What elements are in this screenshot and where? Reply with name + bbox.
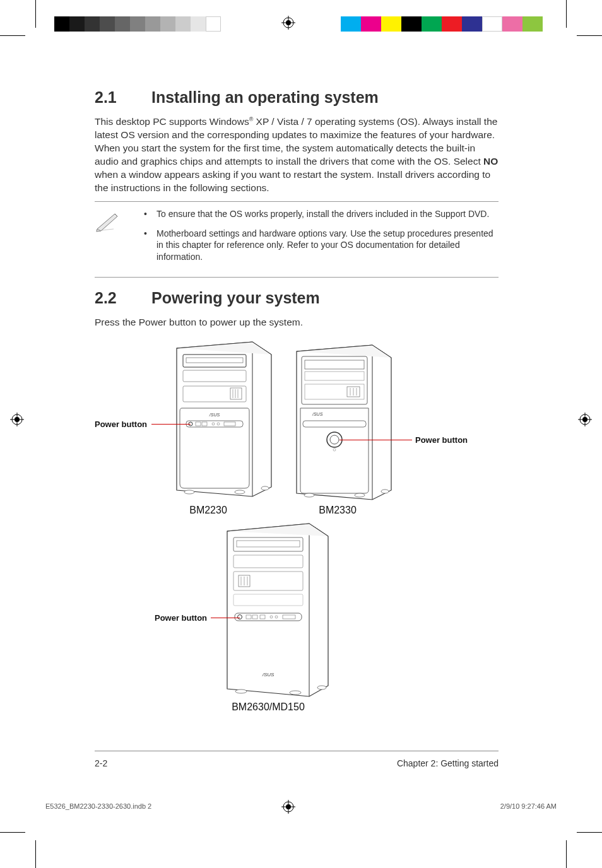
svg-point-47 bbox=[333, 449, 336, 451]
svg-rect-18 bbox=[183, 370, 246, 382]
svg-rect-63 bbox=[252, 615, 257, 619]
divider bbox=[95, 277, 499, 278]
note-item: To ensure that the OS works properly, in… bbox=[139, 208, 499, 220]
slug-filename: E5326_BM2230-2330-2630.indb 2 bbox=[45, 802, 151, 810]
svg-rect-44 bbox=[303, 421, 366, 427]
svg-point-65 bbox=[270, 616, 273, 618]
note-item: Motherboard settings and hardware option… bbox=[139, 228, 499, 264]
page-number: 2-2 bbox=[95, 758, 107, 768]
svg-rect-67 bbox=[283, 615, 295, 619]
svg-rect-37 bbox=[305, 372, 364, 380]
callout-line bbox=[151, 424, 191, 425]
svg-point-34 bbox=[261, 486, 269, 490]
print-slug: E5326_BM2230-2330-2630.indb 2 2/9/10 9:2… bbox=[45, 802, 557, 810]
svg-rect-28 bbox=[202, 422, 207, 426]
note-pen-icon bbox=[95, 208, 121, 271]
svg-point-61 bbox=[238, 615, 242, 619]
crop-mark bbox=[577, 832, 602, 833]
svg-point-70 bbox=[290, 691, 301, 695]
svg-rect-17 bbox=[186, 358, 243, 363]
svg-point-32 bbox=[184, 490, 194, 494]
registration-mark-icon bbox=[10, 413, 24, 426]
svg-rect-52 bbox=[237, 541, 300, 547]
section-heading-2-1: 2.1Installing an operating system bbox=[95, 88, 499, 107]
power-button-label: Power button bbox=[155, 613, 207, 623]
crop-mark bbox=[577, 35, 602, 36]
power-button-label: Power button bbox=[95, 419, 147, 429]
section-heading-2-2: 2.2Powering your system bbox=[95, 289, 499, 307]
svg-point-33 bbox=[235, 490, 245, 494]
registration-mark-icon bbox=[281, 16, 295, 30]
section-body-2-2: Press the Power button to power up the s… bbox=[95, 316, 499, 329]
crop-mark bbox=[566, 0, 567, 28]
svg-point-66 bbox=[275, 616, 278, 618]
section-number: 2.2 bbox=[95, 289, 151, 307]
slug-datetime: 2/9/10 9:27:46 AM bbox=[500, 802, 557, 810]
page-footer: 2-2 Chapter 2: Getting started bbox=[95, 758, 499, 768]
tower-bm2630: /SUS bbox=[215, 519, 334, 701]
svg-rect-64 bbox=[260, 615, 265, 619]
svg-rect-36 bbox=[305, 360, 364, 369]
svg-rect-20 bbox=[230, 388, 242, 399]
diagram-area: /SUS Power button BM2230 bbox=[95, 336, 499, 739]
svg-point-46 bbox=[330, 435, 339, 444]
section-title: Powering your system bbox=[151, 289, 320, 307]
callout-line bbox=[339, 440, 412, 440]
svg-rect-31 bbox=[224, 422, 235, 426]
chapter-title: Chapter 2: Getting started bbox=[397, 758, 499, 768]
section-number: 2.1 bbox=[95, 88, 151, 107]
svg-text:/SUS: /SUS bbox=[262, 672, 274, 677]
crop-mark bbox=[0, 35, 25, 36]
note-block: To ensure that the OS works properly, in… bbox=[95, 206, 499, 274]
svg-point-49 bbox=[355, 493, 365, 497]
svg-rect-53 bbox=[233, 555, 303, 568]
svg-point-29 bbox=[212, 423, 215, 425]
model-label-bm2630: BM2630/MD150 bbox=[221, 701, 316, 713]
note-list: To ensure that the OS works properly, in… bbox=[139, 208, 499, 271]
tower-bm2230: /SUS bbox=[164, 336, 278, 500]
svg-point-71 bbox=[317, 686, 326, 689]
page-content: 2.1Installing an operating system This d… bbox=[95, 82, 499, 739]
svg-point-69 bbox=[235, 689, 247, 693]
crop-mark bbox=[566, 840, 567, 868]
model-label-bm2230: BM2230 bbox=[177, 505, 240, 516]
power-button-label: Power button bbox=[415, 435, 468, 445]
section-title: Installing an operating system bbox=[151, 88, 379, 106]
model-label-bm2330: BM2330 bbox=[306, 505, 369, 516]
svg-rect-27 bbox=[196, 422, 201, 426]
crop-mark bbox=[0, 832, 25, 833]
svg-rect-59 bbox=[233, 594, 303, 606]
footer-divider bbox=[95, 751, 499, 751]
callout-line bbox=[211, 618, 240, 618]
tower-bm2330: /SUS bbox=[284, 339, 398, 503]
svg-text:/SUS: /SUS bbox=[312, 412, 323, 416]
section-body-2-1: This desktop PC supports Windows® XP / V… bbox=[95, 115, 499, 195]
gray-calibration-bar bbox=[54, 16, 221, 32]
svg-text:/SUS: /SUS bbox=[209, 413, 220, 417]
svg-point-50 bbox=[381, 490, 389, 493]
color-calibration-bar bbox=[341, 16, 543, 32]
crop-mark bbox=[35, 0, 36, 28]
svg-point-48 bbox=[304, 493, 314, 497]
registration-mark-icon bbox=[578, 413, 592, 426]
svg-rect-62 bbox=[246, 615, 251, 619]
crop-mark bbox=[35, 840, 36, 868]
divider bbox=[95, 201, 499, 202]
svg-point-30 bbox=[217, 423, 220, 425]
